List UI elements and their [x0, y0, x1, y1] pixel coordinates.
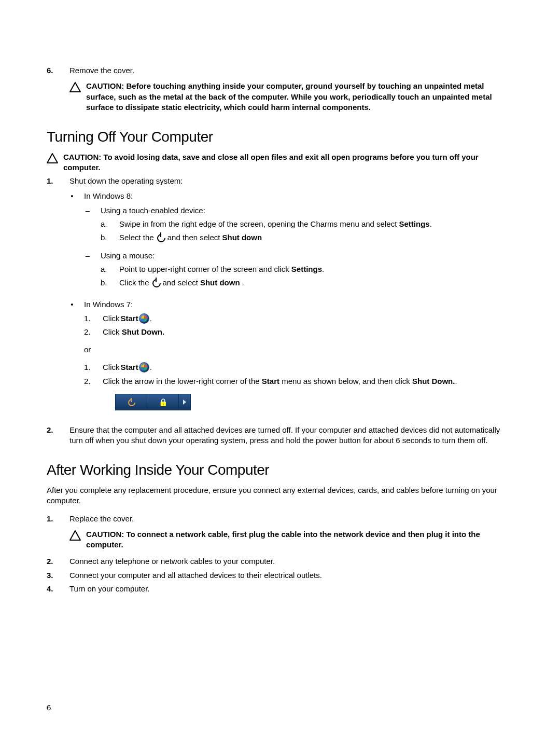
- step-text: Click Start .: [103, 313, 513, 324]
- bullet-item-win7: • In Windows 7: 1. Click Start .: [69, 299, 513, 418]
- list-text: Remove the cover.: [69, 65, 513, 76]
- dash-text: Using a mouse:: [101, 251, 513, 261]
- windows-start-orb-icon: [139, 363, 149, 372]
- section-heading-turning-off: Turning Off Your Computer: [47, 127, 513, 147]
- text-run: .: [150, 362, 152, 373]
- bold-text: Start: [121, 362, 138, 373]
- bullet-marker: •: [69, 299, 75, 418]
- power-segment: [116, 394, 147, 410]
- step-text: Select the and then select Shut down: [119, 232, 513, 243]
- step-text: Click the and select Shut down.: [119, 278, 513, 288]
- alpha-marker: a.: [101, 264, 110, 274]
- windows-start-orb-icon: [139, 314, 149, 323]
- dash-marker: –: [84, 205, 91, 246]
- list-item-3: 3. Connect your computer and all attache…: [47, 570, 513, 581]
- lock-icon: [159, 397, 167, 407]
- list-marker: 1.: [84, 362, 93, 373]
- bullet-text: In Windows 7:: [84, 299, 513, 310]
- caution-block: CAUTION: To connect a network cable, fir…: [69, 529, 513, 550]
- paragraph: After you complete any replacement proce…: [47, 485, 513, 506]
- alpha-marker: b.: [101, 232, 110, 243]
- list-text: Turn on your computer.: [69, 584, 513, 594]
- step-a: a. Point to upper-right corner of the sc…: [101, 264, 513, 274]
- substep-2: 2. Click the arrow in the lower-right co…: [84, 376, 513, 387]
- svg-marker-1: [47, 154, 58, 163]
- bullet-marker: •: [69, 191, 75, 296]
- text-run: .: [322, 265, 324, 273]
- text-run: Click the arrow in the lower-right corne…: [103, 377, 262, 385]
- bold-text: Settings: [399, 219, 429, 228]
- list-marker: 6.: [47, 65, 57, 76]
- text-run: .: [430, 219, 432, 228]
- alpha-marker: b.: [101, 278, 110, 288]
- caution-icon: [69, 82, 81, 113]
- caution-block: CAUTION: Before touching anything inside…: [69, 81, 513, 113]
- text-run: Point to upper-right corner of the scree…: [119, 265, 291, 273]
- list-marker: 2.: [84, 376, 93, 387]
- lock-segment: [147, 394, 179, 410]
- list-marker: 1.: [47, 514, 57, 554]
- step-text: Swipe in from the right edge of the scre…: [119, 219, 513, 229]
- step-b: b. Click the and select Shut down.: [101, 278, 513, 288]
- bold-text: Settings: [291, 265, 322, 273]
- text-run: Swipe in from the right edge of the scre…: [119, 219, 399, 228]
- step-b: b. Select the and then select Shut down: [101, 232, 513, 243]
- step-text: Click Start .: [103, 362, 513, 373]
- power-icon: [127, 398, 135, 406]
- arrow-segment: [179, 394, 190, 410]
- list-item-6: 6. Remove the cover.: [47, 65, 513, 76]
- list-text: Replace the cover.: [69, 514, 513, 524]
- text-run: Click: [103, 327, 122, 336]
- bold-text: Start: [121, 313, 138, 324]
- svg-marker-2: [70, 531, 80, 540]
- list-item-2: 2. Ensure that the computer and all atta…: [47, 425, 513, 446]
- list-marker: 2.: [84, 327, 93, 337]
- list-text: Connect any telephone or network cables …: [69, 556, 513, 567]
- text-run: and then select: [167, 232, 220, 243]
- power-icon: [156, 233, 165, 242]
- shutdown-bar: [115, 394, 191, 410]
- section-heading-after-working: After Working Inside Your Computer: [47, 460, 513, 480]
- list-item-1: 1. Replace the cover. CAUTION: To connec…: [47, 514, 513, 554]
- list-item-1: 1. Shut down the operating system: • In …: [47, 176, 513, 422]
- caution-text: CAUTION: To avoid losing data, save and …: [63, 152, 513, 173]
- caution-icon: [69, 530, 81, 550]
- caution-icon: [47, 153, 58, 173]
- bold-text: Shut down: [200, 278, 240, 288]
- substep-2: 2. Click Shut Down.: [84, 327, 513, 337]
- chevron-right-icon: [183, 399, 186, 405]
- text-run: Select the: [119, 232, 154, 243]
- dash-item-mouse: – Using a mouse: a. Point to upper-right…: [84, 251, 513, 292]
- dash-item-touch: – Using a touch-enabled device: a. Swipe…: [84, 205, 513, 246]
- caution-text: CAUTION: To connect a network cable, fir…: [86, 529, 513, 550]
- list-text: Connect your computer and all attached d…: [69, 570, 513, 581]
- text-run: .: [150, 313, 152, 324]
- step-text: Click Shut Down.: [103, 327, 513, 337]
- text-run: menu as shown below, and then click: [279, 377, 412, 385]
- bold-text: Shut Down.: [122, 327, 165, 336]
- text-run: Click: [103, 313, 120, 324]
- list-item-2: 2. Connect any telephone or network cabl…: [47, 556, 513, 567]
- list-marker: 2.: [47, 556, 57, 567]
- page-number: 6: [47, 702, 51, 713]
- bold-text: Start: [262, 377, 279, 385]
- text-run: Click the: [119, 278, 149, 288]
- text-run: Click: [103, 362, 120, 373]
- substep-1: 1. Click Start .: [84, 362, 513, 373]
- list-marker: 1.: [47, 176, 57, 422]
- text-run: and select: [163, 278, 198, 288]
- list-marker: 4.: [47, 584, 57, 594]
- step-text: Click the arrow in the lower-right corne…: [103, 376, 513, 387]
- list-text: Shut down the operating system:: [69, 176, 513, 186]
- list-marker: 2.: [47, 425, 57, 446]
- list-text: Ensure that the computer and all attache…: [69, 425, 513, 446]
- power-icon: [151, 278, 161, 287]
- alpha-marker: a.: [101, 219, 110, 229]
- list-marker: 1.: [84, 313, 93, 324]
- bullet-text: In Windows 8:: [84, 191, 513, 201]
- substep-1: 1. Click Start .: [84, 313, 513, 324]
- bullet-item-win8: • In Windows 8: – Using a touch-enabled …: [69, 191, 513, 296]
- dash-text: Using a touch-enabled device:: [101, 205, 513, 216]
- dash-marker: –: [84, 251, 91, 292]
- caution-text: CAUTION: Before touching anything inside…: [86, 81, 513, 113]
